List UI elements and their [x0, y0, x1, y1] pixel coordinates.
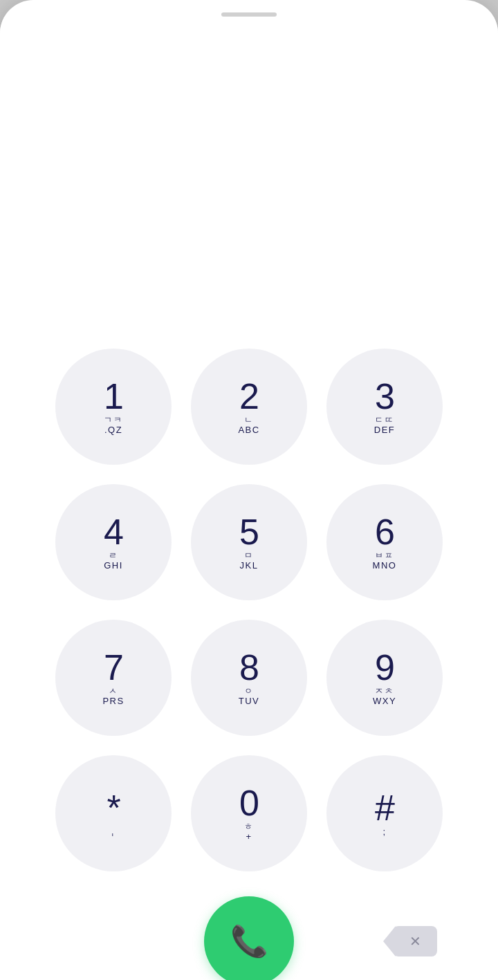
dial-number-2: 2 — [239, 378, 259, 414]
dial-sub-3: DEF — [374, 425, 396, 435]
dial-number-8: 8 — [239, 649, 259, 685]
dial-number-5: 5 — [239, 514, 259, 550]
dial-button-2[interactable]: 2ㄴABC — [191, 349, 307, 465]
dial-number-hash: # — [375, 790, 394, 826]
dial-sub-1: .QZ — [104, 425, 122, 435]
dial-korean-5: ㅁ — [244, 551, 254, 560]
dial-korean-8: ㅇ — [244, 687, 254, 695]
phone-icon: 📞 — [230, 923, 268, 959]
dial-button-9[interactable]: 9ㅈㅊWXY — [326, 620, 443, 736]
dial-korean-3: ㄷㄸ — [375, 416, 394, 424]
dial-sub-0: + — [246, 832, 252, 842]
dial-number-7: 7 — [104, 649, 123, 685]
dial-number-star: * — [107, 790, 120, 826]
dial-sub-star: ˌ — [111, 827, 116, 837]
dial-korean-6: ㅂㅍ — [375, 551, 394, 560]
dialpad-area: 1ㄱㅋ.QZ2ㄴABC3ㄷㄸDEF4ㄹGHI5ㅁJKL6ㅂㅍMNO7ㅅPRS8ㅇ… — [0, 349, 498, 980]
dial-sub-6: MNO — [373, 561, 397, 571]
delete-shape: ✕ — [393, 926, 437, 956]
dial-sub-4: GHI — [104, 561, 123, 571]
dial-number-9: 9 — [375, 649, 394, 685]
dial-number-3: 3 — [375, 378, 394, 414]
dial-number-0: 0 — [239, 785, 259, 821]
delete-icon: ✕ — [409, 933, 421, 950]
dial-button-4[interactable]: 4ㄹGHI — [55, 484, 172, 600]
dial-sub-hash: ; — [382, 827, 386, 837]
phone-frame: 1ㄱㅋ.QZ2ㄴABC3ㄷㄸDEF4ㄹGHI5ㅁJKL6ㅂㅍMNO7ㅅPRS8ㅇ… — [0, 0, 498, 980]
call-button[interactable]: 📞 — [204, 896, 294, 980]
dial-sub-7: PRS — [102, 696, 124, 706]
dial-sub-8: TUV — [239, 696, 260, 706]
bottom-row: 📞 ✕ — [55, 896, 443, 980]
dial-button-3[interactable]: 3ㄷㄸDEF — [326, 349, 443, 465]
dial-korean-4: ㄹ — [109, 551, 118, 560]
delete-button[interactable]: ✕ — [387, 922, 443, 961]
dial-button-6[interactable]: 6ㅂㅍMNO — [326, 484, 443, 600]
dial-number-4: 4 — [104, 514, 123, 550]
dialpad-grid: 1ㄱㅋ.QZ2ㄴABC3ㄷㄸDEF4ㄹGHI5ㅁJKL6ㅂㅍMNO7ㅅPRS8ㅇ… — [55, 349, 443, 871]
dial-sub-5: JKL — [240, 561, 259, 571]
dial-number-1: 1 — [104, 378, 123, 414]
dial-button-hash[interactable]: #; — [326, 755, 443, 871]
dial-button-7[interactable]: 7ㅅPRS — [55, 620, 172, 736]
dial-sub-2: ABC — [238, 425, 259, 435]
dial-korean-1: ㄱㅋ — [104, 416, 123, 424]
display-area — [0, 17, 498, 349]
dial-korean-9: ㅈㅊ — [375, 687, 394, 695]
dial-button-1[interactable]: 1ㄱㅋ.QZ — [55, 349, 172, 465]
dial-korean-0: ㅎ — [244, 822, 254, 831]
dial-korean-7: ㅅ — [109, 687, 118, 695]
dial-number-6: 6 — [375, 514, 394, 550]
dial-button-0[interactable]: 0ㅎ+ — [191, 755, 307, 871]
dial-sub-9: WXY — [373, 696, 396, 706]
dial-korean-2: ㄴ — [244, 416, 254, 424]
dial-button-8[interactable]: 8ㅇTUV — [191, 620, 307, 736]
dial-button-star[interactable]: *ˌ — [55, 755, 172, 871]
dial-button-5[interactable]: 5ㅁJKL — [191, 484, 307, 600]
